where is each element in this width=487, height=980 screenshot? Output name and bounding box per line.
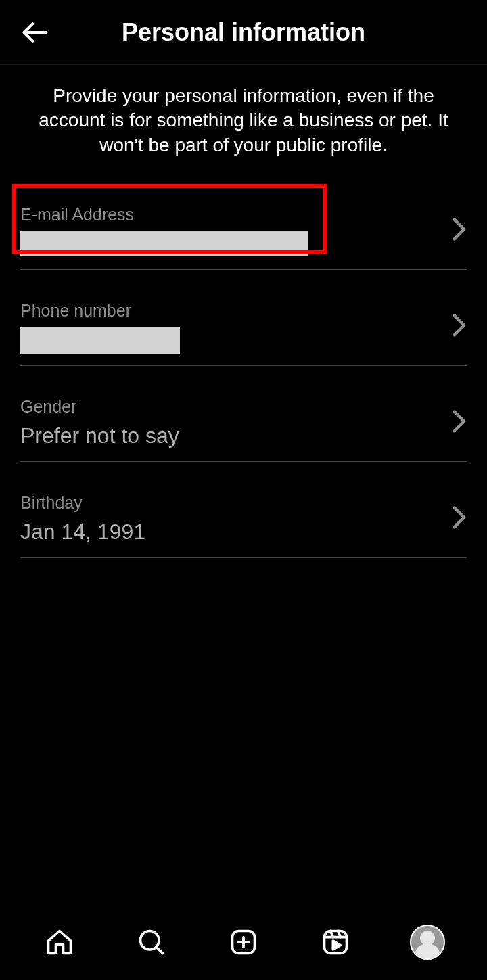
search-icon: [137, 927, 166, 957]
bottom-navigation: [0, 912, 487, 980]
field-phone-value: [20, 327, 467, 354]
field-email-label: E-mail Address: [20, 205, 467, 225]
nav-create[interactable]: [225, 923, 262, 961]
chevron-right-icon: [452, 505, 467, 532]
fields-list: E-mail Address Phone number Gender Prefe…: [0, 191, 487, 558]
reels-icon: [321, 927, 350, 957]
avatar-icon: [410, 925, 445, 960]
field-email[interactable]: E-mail Address: [20, 191, 467, 270]
page-title: Personal information: [54, 18, 433, 47]
field-birthday-label: Birthday: [20, 493, 467, 513]
home-icon: [45, 927, 74, 957]
field-phone-label: Phone number: [20, 301, 467, 321]
field-phone[interactable]: Phone number: [20, 287, 467, 366]
svg-marker-10: [333, 941, 340, 950]
back-button[interactable]: [16, 14, 54, 51]
field-gender-value: Prefer not to say: [20, 423, 467, 450]
nav-home[interactable]: [41, 923, 78, 961]
field-email-value: [20, 231, 467, 258]
redacted-block: [20, 327, 180, 354]
chevron-right-icon: [452, 313, 467, 340]
svg-line-2: [156, 947, 162, 953]
chevron-right-icon: [452, 409, 467, 436]
field-gender-label: Gender: [20, 397, 467, 417]
nav-reels[interactable]: [317, 923, 354, 961]
chevron-right-icon: [452, 217, 467, 244]
page-header: Personal information: [0, 0, 487, 65]
redacted-block: [20, 231, 308, 256]
nav-profile[interactable]: [409, 923, 446, 961]
field-birthday-value: Jan 14, 1991: [20, 519, 467, 546]
field-gender[interactable]: Gender Prefer not to say: [20, 383, 467, 462]
arrow-left-icon: [20, 18, 50, 47]
page-description: Provide your personal information, even …: [0, 65, 487, 174]
field-birthday[interactable]: Birthday Jan 14, 1991: [20, 480, 467, 558]
nav-search[interactable]: [133, 923, 170, 961]
plus-square-icon: [229, 927, 258, 957]
